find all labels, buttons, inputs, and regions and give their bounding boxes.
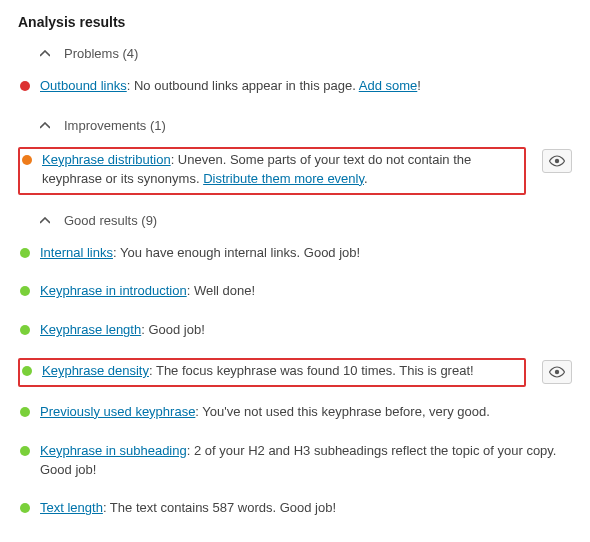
svg-point-0 [555, 159, 559, 163]
item-text: Keyphrase density: The focus keyphrase w… [42, 362, 518, 381]
analysis-item: Text length: The text contains 587 words… [18, 493, 572, 532]
status-bullet-green [20, 248, 30, 258]
item-text: Keyphrase in subheading: 2 of your H2 an… [40, 442, 566, 480]
analysis-item: Keyphrase in subheading: 2 of your H2 an… [18, 436, 572, 494]
action-link-distribute-evenly[interactable]: Distribute them more evenly [203, 171, 364, 186]
status-bullet-green [20, 446, 30, 456]
status-bullet-orange [22, 155, 32, 165]
chevron-up-icon [40, 217, 54, 224]
analysis-item: Outbound links: No outbound links appear… [18, 71, 572, 110]
metric-link-keyphrase-distribution[interactable]: Keyphrase distribution [42, 152, 171, 167]
status-bullet-green [20, 325, 30, 335]
metric-link-outbound-links[interactable]: Outbound links [40, 78, 127, 93]
item-text: Previously used keyphrase: You've not us… [40, 403, 566, 422]
status-bullet-green [22, 366, 32, 376]
page-title: Analysis results [18, 14, 572, 30]
analysis-item: Keyphrase density: The focus keyphrase w… [18, 354, 572, 397]
status-bullet-green [20, 286, 30, 296]
metric-link-keyphrase-subheading[interactable]: Keyphrase in subheading [40, 443, 187, 458]
eye-highlight-button[interactable] [542, 360, 572, 384]
action-link-add-some[interactable]: Add some [359, 78, 418, 93]
analysis-item: Keyphrase length: Good job! [18, 315, 572, 354]
status-bullet-green [20, 407, 30, 417]
metric-link-keyphrase-intro[interactable]: Keyphrase in introduction [40, 283, 187, 298]
item-text: Internal links: You have enough internal… [40, 244, 566, 263]
metric-link-prev-keyphrase[interactable]: Previously used keyphrase [40, 404, 195, 419]
section-header-problems[interactable]: Problems (4) [40, 46, 572, 61]
analysis-item: Previously used keyphrase: You've not us… [18, 397, 572, 436]
item-text: Keyphrase in title: The exact match of t… [40, 538, 566, 542]
status-bullet-green [20, 503, 30, 513]
item-text: Text length: The text contains 587 words… [40, 499, 566, 518]
analysis-item: Keyphrase in introduction: Well done! [18, 276, 572, 315]
chevron-up-icon [40, 122, 54, 129]
eye-highlight-button[interactable] [542, 149, 572, 173]
section-label: Problems (4) [64, 46, 138, 61]
chevron-up-icon [40, 50, 54, 57]
item-text: Keyphrase length: Good job! [40, 321, 566, 340]
item-text: Outbound links: No outbound links appear… [40, 77, 566, 96]
metric-link-internal-links[interactable]: Internal links [40, 245, 113, 260]
metric-link-text-length[interactable]: Text length [40, 500, 103, 515]
analysis-item: Keyphrase in title: The exact match of t… [18, 532, 572, 542]
section-label: Improvements (1) [64, 118, 166, 133]
metric-link-keyphrase-density[interactable]: Keyphrase density [42, 363, 149, 378]
analysis-item: Keyphrase distribution: Uneven. Some par… [18, 143, 572, 205]
section-header-improvements[interactable]: Improvements (1) [40, 118, 572, 133]
item-text: Keyphrase in introduction: Well done! [40, 282, 566, 301]
item-text: Keyphrase distribution: Uneven. Some par… [42, 151, 518, 189]
analysis-item: Internal links: You have enough internal… [18, 238, 572, 277]
section-header-good-results[interactable]: Good results (9) [40, 213, 572, 228]
status-bullet-red [20, 81, 30, 91]
section-label: Good results (9) [64, 213, 157, 228]
metric-link-keyphrase-length[interactable]: Keyphrase length [40, 322, 141, 337]
svg-point-1 [555, 370, 559, 374]
